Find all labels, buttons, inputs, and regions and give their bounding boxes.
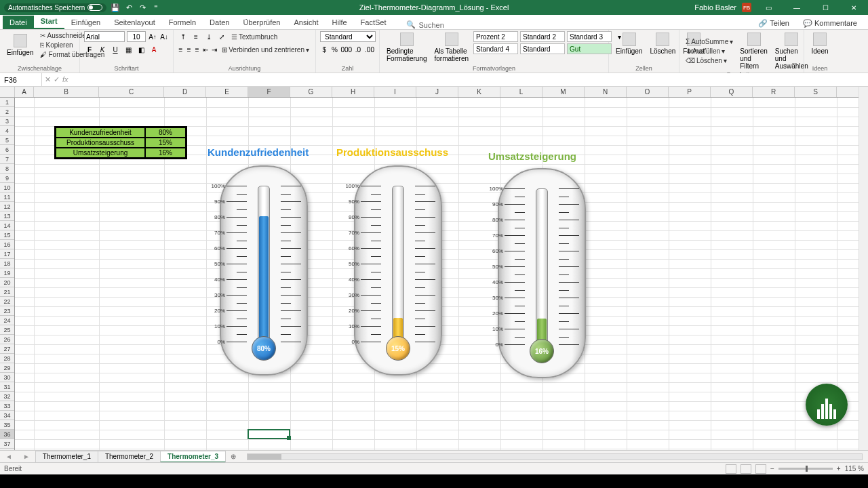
indent-dec-icon[interactable]: ⇤ bbox=[202, 44, 209, 55]
col-header-D[interactable]: D bbox=[164, 87, 206, 97]
row-header-26[interactable]: 26 bbox=[0, 335, 14, 344]
number-format-select[interactable]: Standard bbox=[320, 31, 376, 42]
col-header-E[interactable]: E bbox=[206, 87, 248, 97]
format-table-button[interactable]: Als Tabelle formatieren bbox=[431, 31, 471, 64]
row-header-11[interactable]: 11 bbox=[0, 192, 14, 202]
table-cell-value[interactable]: 15% bbox=[145, 138, 186, 148]
page-break-view-icon[interactable] bbox=[755, 464, 766, 474]
row-header-2[interactable]: 2 bbox=[0, 107, 14, 117]
col-header-R[interactable]: R bbox=[753, 87, 795, 97]
zoom-level[interactable]: 115 % bbox=[845, 465, 864, 472]
col-header-I[interactable]: I bbox=[374, 87, 416, 97]
sheet-tab-Thermometer_3[interactable]: Thermometer_3 bbox=[160, 451, 226, 463]
table-cell-value[interactable]: 80% bbox=[145, 127, 186, 138]
table-cell-label[interactable]: Umsatzsteigerung bbox=[56, 148, 145, 158]
insert-cells-button[interactable]: Einfügen bbox=[613, 31, 645, 56]
conditional-format-button[interactable]: Bedingte Formatierung bbox=[384, 31, 429, 64]
tab-factset[interactable]: FactSet bbox=[354, 16, 393, 29]
cancel-formula-icon[interactable]: ✕ bbox=[45, 75, 51, 84]
indent-inc-icon[interactable]: ⇥ bbox=[211, 44, 218, 55]
save-icon[interactable]: 💾 bbox=[111, 3, 120, 12]
merge-button[interactable]: ⊞ Verbinden und zentrieren ▾ bbox=[220, 45, 311, 54]
row-header-37[interactable]: 37 bbox=[0, 439, 14, 449]
select-all-corner[interactable] bbox=[0, 87, 15, 98]
fx-icon[interactable]: fx bbox=[62, 75, 68, 84]
row-header-24[interactable]: 24 bbox=[0, 316, 14, 325]
data-table[interactable]: Kundenzufriedenheit80%Produktionsausschu… bbox=[54, 126, 187, 159]
close-icon[interactable]: ✕ bbox=[842, 0, 865, 15]
sheet-tab-Thermometer_1[interactable]: Thermometer_1 bbox=[35, 451, 98, 463]
tab-formeln[interactable]: Formeln bbox=[162, 16, 203, 29]
zoom-out-icon[interactable]: − bbox=[770, 465, 774, 472]
row-header-4[interactable]: 4 bbox=[0, 126, 14, 136]
table-cell-label[interactable]: Kundenzufriedenheit bbox=[56, 127, 145, 138]
sheet-nav-next-icon[interactable]: ► bbox=[18, 453, 35, 460]
vertical-scrollbar[interactable] bbox=[859, 87, 868, 450]
zoom-in-icon[interactable]: + bbox=[837, 465, 841, 472]
font-size-select[interactable] bbox=[127, 31, 146, 42]
style-standard2[interactable]: Standard 2 bbox=[520, 31, 565, 42]
col-header-H[interactable]: H bbox=[332, 87, 374, 97]
row-header-18[interactable]: 18 bbox=[0, 259, 14, 268]
autosum-button[interactable]: Σ AutoSumme ▾ bbox=[684, 37, 735, 46]
horizontal-scrollbar[interactable] bbox=[247, 453, 863, 460]
row-header-6[interactable]: 6 bbox=[0, 145, 14, 155]
minimize-icon[interactable]: ― bbox=[785, 0, 808, 15]
share-button[interactable]: 🔗 Teilen bbox=[754, 18, 793, 29]
shrink-font-icon[interactable]: A↓ bbox=[159, 31, 169, 42]
user-avatar[interactable]: FB bbox=[742, 3, 751, 12]
col-header-J[interactable]: J bbox=[416, 87, 458, 97]
fill-button[interactable]: ⬇ Ausfüllen ▾ bbox=[684, 47, 735, 56]
page-layout-view-icon[interactable] bbox=[741, 464, 751, 474]
row-header-10[interactable]: 10 bbox=[0, 183, 14, 192]
row-header-31[interactable]: 31 bbox=[0, 382, 14, 392]
tab-überprüfen[interactable]: Überprüfen bbox=[236, 16, 287, 29]
fill-color-icon[interactable]: ◧ bbox=[136, 44, 146, 55]
row-header-21[interactable]: 21 bbox=[0, 287, 14, 297]
enter-formula-icon[interactable]: ✓ bbox=[54, 75, 60, 84]
border-icon[interactable]: ▦ bbox=[123, 44, 134, 55]
row-header-23[interactable]: 23 bbox=[0, 306, 14, 316]
user-name[interactable]: Fabio Basler bbox=[694, 3, 736, 12]
wrap-text-button[interactable]: ☰ Textumbruch bbox=[229, 33, 279, 41]
grow-font-icon[interactable]: A↑ bbox=[148, 31, 157, 42]
col-header-N[interactable]: N bbox=[585, 87, 627, 97]
row-header-22[interactable]: 22 bbox=[0, 297, 14, 306]
dec-decimal-icon[interactable]: .00 bbox=[364, 44, 375, 55]
row-header-20[interactable]: 20 bbox=[0, 278, 14, 287]
sheet-nav-prev-icon[interactable]: ◄ bbox=[0, 453, 18, 460]
col-header-O[interactable]: O bbox=[627, 87, 669, 97]
row-header-27[interactable]: 27 bbox=[0, 344, 14, 354]
table-cell-label[interactable]: Produktionsausschuss bbox=[56, 138, 145, 148]
ribbon-options-icon[interactable]: ▭ bbox=[757, 0, 780, 15]
row-header-7[interactable]: 7 bbox=[0, 155, 14, 164]
col-header-P[interactable]: P bbox=[669, 87, 711, 97]
clear-button[interactable]: ⌫ Löschen ▾ bbox=[684, 56, 735, 65]
col-header-A[interactable]: A bbox=[15, 87, 34, 97]
row-header-38[interactable]: 38 bbox=[0, 449, 14, 450]
sort-filter-button[interactable]: Sortieren und Filtern bbox=[737, 31, 770, 71]
row-header-17[interactable]: 17 bbox=[0, 249, 14, 259]
name-box[interactable]: F36 bbox=[0, 73, 42, 86]
tab-einfügen[interactable]: Einfügen bbox=[64, 16, 107, 29]
paste-button[interactable]: Einfügen bbox=[4, 33, 36, 58]
comments-button[interactable]: 💬 Kommentare bbox=[799, 18, 861, 29]
row-header-12[interactable]: 12 bbox=[0, 202, 14, 211]
row-header-34[interactable]: 34 bbox=[0, 411, 14, 420]
add-sheet-icon[interactable]: ⊕ bbox=[225, 453, 241, 460]
row-header-28[interactable]: 28 bbox=[0, 354, 14, 363]
bold-icon[interactable]: F bbox=[84, 44, 95, 55]
row-header-19[interactable]: 19 bbox=[0, 268, 14, 278]
col-header-K[interactable]: K bbox=[458, 87, 500, 97]
align-middle-icon[interactable]: ≡ bbox=[191, 31, 201, 42]
col-header-S[interactable]: S bbox=[795, 87, 837, 97]
row-header-13[interactable]: 13 bbox=[0, 211, 14, 221]
autosave-toggle[interactable]: Automatisches Speichern bbox=[4, 3, 106, 12]
underline-icon[interactable]: U bbox=[110, 44, 121, 55]
style-prozent2[interactable]: Prozent 2 bbox=[473, 31, 518, 42]
col-header-C[interactable]: C bbox=[99, 87, 164, 97]
row-header-33[interactable]: 33 bbox=[0, 401, 14, 411]
currency-icon[interactable]: $ bbox=[320, 44, 328, 55]
thermometer-chart[interactable]: 0%10%20%30%40%50%60%70%80%90%100%80% bbox=[220, 165, 308, 375]
qat-more-icon[interactable]: ⁼ bbox=[151, 3, 161, 12]
